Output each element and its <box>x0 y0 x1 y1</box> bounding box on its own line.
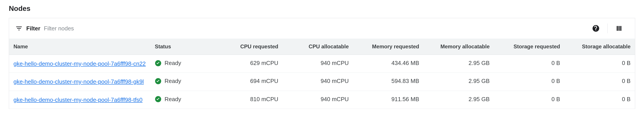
memory-allocatable-cell: 2.95 GB <box>424 91 494 109</box>
storage-requested-cell: 0 B <box>494 55 564 73</box>
status-text: Ready <box>164 96 181 103</box>
col-storage-allocatable[interactable]: Storage allocatable <box>564 39 635 55</box>
table-row: gke-hello-demo-cluster-my-node-pool-7a6f… <box>9 91 635 109</box>
help-button[interactable] <box>588 22 604 35</box>
cpu-requested-cell: 810 mCPU <box>212 91 283 109</box>
storage-allocatable-cell: 0 B <box>564 55 635 73</box>
nodes-table: Name Status CPU requested CPU allocatabl… <box>9 39 635 109</box>
node-link[interactable]: gke-hello-demo-cluster-my-node-pool-7a6f… <box>14 96 142 104</box>
status-text: Ready <box>164 60 181 67</box>
status-ready-icon <box>155 96 162 102</box>
columns-button[interactable] <box>611 22 627 35</box>
storage-requested-cell: 0 B <box>494 73 564 91</box>
col-memory-allocatable[interactable]: Memory allocatable <box>424 39 494 55</box>
cpu-requested-cell: 694 mCPU <box>212 73 283 91</box>
filter-bar: Filter <box>9 18 635 39</box>
status-ready-icon <box>155 60 162 67</box>
filter-label: Filter <box>26 25 40 32</box>
storage-allocatable-cell: 0 B <box>564 73 635 91</box>
filter-input[interactable] <box>44 25 132 32</box>
col-cpu-allocatable[interactable]: CPU allocatable <box>283 39 353 55</box>
filter-icon[interactable] <box>15 25 23 32</box>
nodes-table-frame: Filter Name Status <box>9 18 635 109</box>
col-name[interactable]: Name <box>9 39 150 55</box>
table-row: gke-hello-demo-cluster-my-node-pool-7a6f… <box>9 55 635 73</box>
col-cpu-requested[interactable]: CPU requested <box>212 39 283 55</box>
status-ready-icon <box>155 78 162 85</box>
col-status[interactable]: Status <box>150 39 212 55</box>
storage-allocatable-cell: 0 B <box>564 91 635 109</box>
memory-requested-cell: 911.56 MB <box>353 91 424 109</box>
col-storage-requested[interactable]: Storage requested <box>494 39 564 55</box>
node-link[interactable]: gke-hello-demo-cluster-my-node-pool-7a6f… <box>14 78 144 86</box>
cpu-allocatable-cell: 940 mCPU <box>283 73 353 91</box>
table-header-row: Name Status CPU requested CPU allocatabl… <box>9 39 635 55</box>
table-row: gke-hello-demo-cluster-my-node-pool-7a6f… <box>9 73 635 91</box>
memory-allocatable-cell: 2.95 GB <box>424 73 494 91</box>
status-text: Ready <box>164 78 181 85</box>
memory-requested-cell: 434.46 MB <box>353 55 424 73</box>
cpu-requested-cell: 629 mCPU <box>212 55 283 73</box>
cpu-allocatable-cell: 940 mCPU <box>283 55 353 73</box>
cpu-allocatable-cell: 940 mCPU <box>283 91 353 109</box>
memory-requested-cell: 594.83 MB <box>353 73 424 91</box>
storage-requested-cell: 0 B <box>494 91 564 109</box>
toolbar-divider <box>607 24 608 33</box>
col-memory-requested[interactable]: Memory requested <box>353 39 424 55</box>
node-link[interactable]: gke-hello-demo-cluster-my-node-pool-7a6f… <box>14 60 146 68</box>
memory-allocatable-cell: 2.95 GB <box>424 55 494 73</box>
section-title: Nodes <box>9 0 635 18</box>
